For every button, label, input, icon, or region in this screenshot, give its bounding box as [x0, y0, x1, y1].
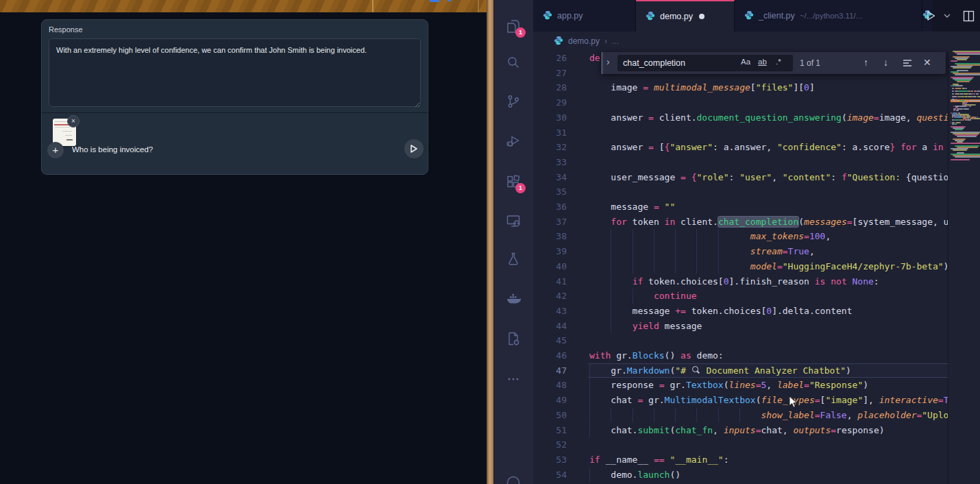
- python-file-icon: [744, 10, 754, 22]
- remote-explorer-icon[interactable]: [505, 213, 522, 229]
- python-file-icon: [543, 10, 552, 22]
- run-dropdown-chevron-icon[interactable]: [944, 13, 951, 19]
- testing-icon[interactable]: [505, 251, 522, 267]
- indent-guide: [718, 244, 719, 259]
- code-row: answer = [{"answer": a.answer, "confiden…: [589, 140, 948, 155]
- code-row: yield message: [589, 319, 702, 334]
- tab-app-py[interactable]: app.py: [533, 0, 636, 32]
- line-number: 32: [533, 140, 567, 155]
- code-row: show_label=False, placeholder="Upload an…: [589, 408, 948, 423]
- match-case-toggle[interactable]: Aa: [741, 58, 750, 66]
- indent-guide: [611, 408, 611, 423]
- code-row: message = "": [589, 199, 675, 215]
- line-number: 44: [533, 319, 567, 334]
- find-input[interactable]: [617, 55, 745, 71]
- extensions-icon[interactable]: 1: [505, 173, 522, 190]
- activity-bar: 1 1: [493, 0, 533, 484]
- unsaved-changes-dot[interactable]: [699, 14, 705, 19]
- indent-guide: [611, 259, 611, 274]
- line-number: 33: [533, 155, 567, 170]
- breadcrumb-more[interactable]: ...: [612, 36, 619, 46]
- code-row: response = gr.Textbox(lines=5, label="Re…: [589, 378, 868, 393]
- indent-guide: [654, 229, 654, 244]
- code-row: demo.launch(): [589, 468, 681, 483]
- line-number: 37: [533, 215, 567, 230]
- account-icon[interactable]: [505, 474, 522, 484]
- code-row: with gr.Blocks() as demo:: [589, 348, 724, 363]
- find-widget-resize-sash[interactable]: [601, 52, 603, 74]
- search-icon[interactable]: [505, 54, 522, 71]
- code-row: message += token.choices[0].delta.conten…: [589, 304, 853, 319]
- whole-word-toggle[interactable]: ab: [758, 58, 767, 66]
- indent-guide: [633, 229, 633, 244]
- send-button[interactable]: [404, 139, 424, 158]
- find-in-selection-button[interactable]: [903, 58, 912, 69]
- more-actions-icon[interactable]: [505, 371, 522, 387]
- minimap[interactable]: [951, 51, 980, 484]
- indent-guide: [589, 423, 590, 438]
- remove-attachment-button[interactable]: ×: [67, 115, 79, 128]
- code-row: for token in client.chat_completion(mess…: [589, 215, 948, 230]
- line-number: 54: [533, 468, 567, 483]
- previous-match-button[interactable]: ↑: [863, 57, 868, 68]
- add-file-button[interactable]: +: [47, 142, 64, 158]
- line-number: 43: [533, 304, 567, 319]
- code-row: chat = gr.MultimodalTextbox(file_types=[…: [589, 393, 948, 408]
- run-python-file-button[interactable]: [924, 10, 937, 22]
- background-window-sliver: [448, 0, 451, 1]
- line-number: 40: [533, 259, 567, 274]
- indent-guide: [718, 229, 719, 244]
- breadcrumb-file[interactable]: demo.py: [568, 36, 600, 46]
- line-number: 41: [533, 274, 567, 289]
- docker-icon[interactable]: [505, 291, 522, 308]
- line-number: 48: [533, 378, 567, 393]
- next-match-button[interactable]: ↓: [883, 57, 888, 68]
- indent-guide: [611, 319, 611, 334]
- tab-demo-py[interactable]: demo.py: [636, 0, 735, 32]
- run-and-debug-icon[interactable]: [505, 132, 522, 149]
- line-number: 30: [533, 110, 567, 125]
- indent-guide: [633, 259, 633, 274]
- indent-guide: [611, 244, 611, 259]
- explorer-icon[interactable]: 1: [505, 18, 522, 34]
- line-number: 38: [533, 229, 567, 244]
- source-control-icon[interactable]: [505, 93, 522, 110]
- line-number: 26: [533, 51, 567, 66]
- indent-guide: [589, 468, 590, 483]
- indent-guide: [633, 244, 633, 259]
- background-window-sliver: [430, 0, 439, 2]
- code-editor[interactable]: 2627282930313233343536373839404142434445…: [533, 51, 980, 484]
- response-textarea[interactable]: With an extremely high level of confiden…: [49, 38, 421, 107]
- tab-client-py[interactable]: _client.py ~/.../python3.11/...: [735, 0, 922, 32]
- line-number: 45: [533, 333, 567, 348]
- build-tools-icon[interactable]: [505, 330, 522, 347]
- desktop-wallpaper-bar: [0, 0, 487, 12]
- panel-divider: [42, 112, 428, 113]
- tab-bar: app.py demo.py _client.py ~/.../python3.…: [533, 0, 980, 32]
- breadcrumb[interactable]: demo.py › ...: [533, 32, 980, 51]
- code-row: user_message = {"role": "user", "content…: [589, 170, 948, 185]
- indent-guide: [696, 229, 697, 244]
- indent-guide: [675, 244, 676, 259]
- line-number: 28: [533, 80, 567, 95]
- indent-guide: [589, 408, 590, 423]
- indent-guide: [696, 408, 697, 423]
- split-editor-button[interactable]: [963, 10, 975, 22]
- line-number: 35: [533, 184, 567, 199]
- explorer-badge: 1: [515, 27, 526, 38]
- line-number: 50: [533, 408, 567, 423]
- toggle-replace-chevron-icon[interactable]: ›: [607, 56, 610, 67]
- indent-guide: [696, 244, 697, 259]
- regex-toggle[interactable]: .*: [776, 58, 781, 66]
- indent-guide: [633, 408, 633, 423]
- indent-guide: [675, 408, 676, 423]
- code-lines[interactable]: def chat_fn(multimodal_message): image =…: [589, 51, 948, 484]
- wallpaper-streak: [478, 0, 479, 12]
- code-row: answer = client.document_question_answer…: [589, 110, 948, 125]
- code-row: gr.Markdown("# Document Analyzer Chatbot…: [589, 363, 851, 378]
- response-label: Response: [49, 25, 83, 34]
- line-number: 34: [533, 170, 567, 185]
- code-row: model="HuggingFaceH4/zephyr-7b-beta"):: [589, 259, 948, 274]
- chat-question-input[interactable]: [71, 145, 347, 154]
- close-find-button[interactable]: ✕: [923, 57, 931, 68]
